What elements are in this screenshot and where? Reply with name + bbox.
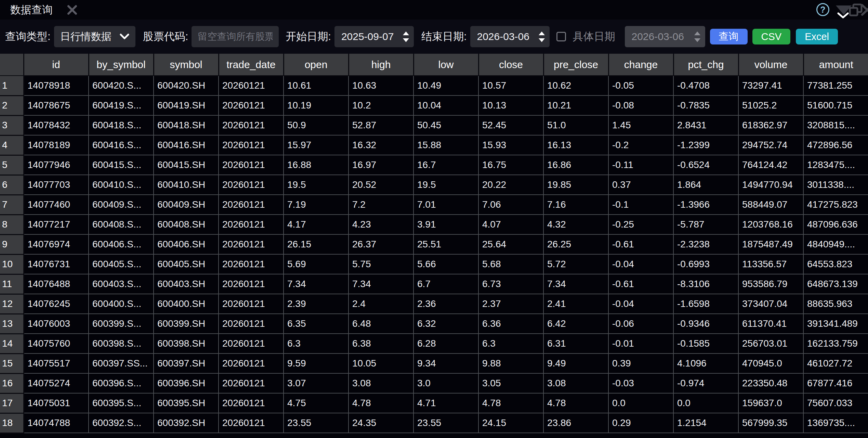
table-cell[interactable]: 600398.SH: [154, 334, 219, 353]
table-cell[interactable]: 26.37: [348, 234, 413, 254]
table-cell[interactable]: 10.05: [348, 353, 413, 373]
table-cell[interactable]: 14076974: [24, 234, 89, 254]
table-cell[interactable]: 2.36: [413, 294, 478, 314]
table-cell[interactable]: 20260121: [219, 314, 284, 334]
tab-close-icon[interactable]: [67, 5, 77, 15]
table-cell[interactable]: 1283475....: [803, 155, 868, 175]
table-cell[interactable]: 600406.SH: [154, 234, 219, 254]
table-cell[interactable]: 9.88: [478, 353, 543, 373]
table-cell[interactable]: 373407.04: [738, 294, 803, 314]
table-cell[interactable]: 470945.0: [738, 353, 803, 373]
table-cell[interactable]: 73297.41: [738, 76, 803, 95]
row-number[interactable]: 9: [0, 234, 24, 254]
table-cell[interactable]: 588449.07: [738, 195, 803, 215]
table-cell[interactable]: 14077703: [24, 175, 89, 195]
table-cell[interactable]: 3.07: [284, 373, 348, 393]
table-cell[interactable]: -0.03: [608, 373, 673, 393]
table-cell[interactable]: 14075031: [24, 393, 89, 413]
column-header-open[interactable]: open: [284, 54, 348, 76]
table-cell[interactable]: 600396.SH: [154, 373, 219, 393]
table-cell[interactable]: 417275.823: [803, 195, 868, 215]
table-cell[interactable]: 0.37: [608, 175, 673, 195]
column-header-low[interactable]: low: [413, 54, 478, 76]
column-header-by_symbol[interactable]: by_symbol: [89, 54, 154, 76]
specific-date-checkbox[interactable]: [556, 32, 566, 41]
table-cell[interactable]: 600397.SS...: [89, 353, 154, 373]
table-cell[interactable]: 6.42: [543, 314, 608, 334]
table-cell[interactable]: 4.78: [543, 393, 608, 413]
table-cell[interactable]: 20.52: [348, 175, 413, 195]
table-cell[interactable]: 7.01: [413, 195, 478, 215]
table-cell[interactable]: 600416.SH: [154, 135, 219, 155]
table-cell[interactable]: 25.64: [478, 234, 543, 254]
table-cell[interactable]: 600416.S...: [89, 135, 154, 155]
table-cell[interactable]: 4.78: [478, 393, 543, 413]
table-cell[interactable]: 159637.0: [738, 393, 803, 413]
table-cell[interactable]: 51.0: [543, 115, 608, 135]
spinner-arrows-icon[interactable]: [403, 31, 409, 42]
table-cell[interactable]: 14078675: [24, 95, 89, 115]
window-close-icon[interactable]: [860, 4, 868, 16]
row-number[interactable]: 16: [0, 373, 24, 393]
table-cell[interactable]: 3208815....: [803, 115, 868, 135]
table-cell[interactable]: 600409.SH: [154, 195, 219, 215]
table-cell[interactable]: 7.34: [543, 274, 608, 294]
row-number[interactable]: 14: [0, 334, 24, 353]
table-cell[interactable]: 20.22: [478, 175, 543, 195]
table-cell[interactable]: 20260121: [219, 294, 284, 314]
row-number[interactable]: 6: [0, 175, 24, 195]
table-cell[interactable]: 6.36: [478, 314, 543, 334]
row-number[interactable]: 12: [0, 294, 24, 314]
table-cell[interactable]: 2.8431: [673, 115, 738, 135]
table-cell[interactable]: 23.55: [284, 413, 348, 433]
table-cell[interactable]: 600420.S...: [89, 76, 154, 95]
table-cell[interactable]: 600420.SH: [154, 76, 219, 95]
table-cell[interactable]: 600410.S...: [89, 175, 154, 195]
table-cell[interactable]: 600405.S...: [89, 254, 154, 274]
table-cell[interactable]: 52.87: [348, 115, 413, 135]
table-cell[interactable]: 256703.01: [738, 334, 803, 353]
table-cell[interactable]: 600400.SH: [154, 294, 219, 314]
table-cell[interactable]: 5.68: [478, 254, 543, 274]
chevron-down-icon[interactable]: [837, 12, 849, 19]
table-cell[interactable]: 14074788: [24, 413, 89, 433]
table-cell[interactable]: 1.2154: [673, 413, 738, 433]
table-cell[interactable]: 5.72: [543, 254, 608, 274]
table-cell[interactable]: 600399.S...: [89, 314, 154, 334]
table-cell[interactable]: 14076003: [24, 314, 89, 334]
table-cell[interactable]: 64553.823: [803, 254, 868, 274]
table-cell[interactable]: -1.2399: [673, 135, 738, 155]
table-cell[interactable]: 75607.033: [803, 393, 868, 413]
table-cell[interactable]: 600415.SH: [154, 155, 219, 175]
table-cell[interactable]: 4.78: [348, 393, 413, 413]
table-cell[interactable]: 2.4: [348, 294, 413, 314]
table-cell[interactable]: 600415.S...: [89, 155, 154, 175]
table-cell[interactable]: 20260121: [219, 115, 284, 135]
table-cell[interactable]: -0.05: [608, 76, 673, 95]
table-cell[interactable]: 600408.S...: [89, 215, 154, 234]
table-cell[interactable]: 7.34: [284, 274, 348, 294]
table-cell[interactable]: 15.93: [478, 135, 543, 155]
table-cell[interactable]: 9.34: [413, 353, 478, 373]
table-cell[interactable]: 20260121: [219, 175, 284, 195]
table-cell[interactable]: 600408.SH: [154, 215, 219, 234]
column-header-trade_date[interactable]: trade_date: [219, 54, 284, 76]
csv-export-button[interactable]: CSV: [752, 29, 791, 44]
table-cell[interactable]: 600418.S...: [89, 115, 154, 135]
table-cell[interactable]: 600419.SH: [154, 95, 219, 115]
table-cell[interactable]: 0.39: [608, 353, 673, 373]
table-cell[interactable]: 7.34: [348, 274, 413, 294]
column-header-high[interactable]: high: [348, 54, 413, 76]
table-cell[interactable]: 10.57: [478, 76, 543, 95]
table-cell[interactable]: 611370.41: [738, 314, 803, 334]
table-cell[interactable]: 6.32: [413, 314, 478, 334]
row-number[interactable]: 7: [0, 195, 24, 215]
table-cell[interactable]: 3.05: [478, 373, 543, 393]
table-cell[interactable]: 600397.SH: [154, 353, 219, 373]
table-cell[interactable]: -0.1585: [673, 334, 738, 353]
table-cell[interactable]: 15.88: [413, 135, 478, 155]
row-number[interactable]: 2: [0, 95, 24, 115]
table-cell[interactable]: 20260121: [219, 274, 284, 294]
table-cell[interactable]: 600400.S...: [89, 294, 154, 314]
table-cell[interactable]: 20260121: [219, 334, 284, 353]
